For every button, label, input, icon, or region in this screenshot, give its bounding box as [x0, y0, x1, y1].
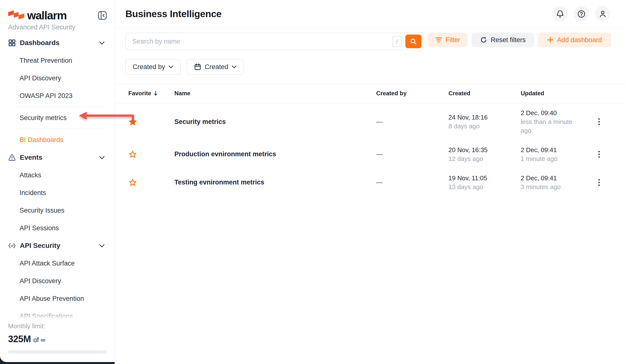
filter-button[interactable]: Filter — [428, 33, 467, 47]
sidebar-nav: Dashboards Threat Prevention API Discove… — [0, 34, 114, 318]
updated-cell: 2 Dec, 09:41 1 minute ago — [521, 146, 573, 163]
toolbar: / Filter — [115, 28, 626, 50]
column-favorite[interactable]: Favorite — [128, 90, 174, 97]
sidebar-item-security-metrics[interactable]: Security metrics — [0, 109, 114, 127]
help-button[interactable] — [574, 6, 589, 22]
product-subtitle: Advanced API Security — [8, 24, 106, 31]
chevron-down-icon — [232, 65, 236, 68]
table-row: Production evnironment metrics — 20 Nov,… — [115, 140, 626, 168]
user-icon — [599, 10, 607, 18]
sidebar-item-api-security[interactable]: API Security — [0, 237, 114, 254]
filters-row: Created by Created — [115, 50, 626, 75]
monthly-limit-label: Monthly limit: — [8, 322, 106, 330]
chevron-down-icon — [168, 65, 173, 68]
logo-block: wallarm Advanced API Security — [0, 0, 114, 31]
table-row: Security metrics — 24 Nov, 18:16 8 days … — [115, 103, 626, 140]
monthly-limit-suffix: of ∞ — [33, 336, 45, 344]
calendar-icon — [194, 63, 201, 71]
created-by-dropdown[interactable]: Created by — [125, 59, 181, 75]
sidebar-item-api-sessions[interactable]: API Sessions — [0, 219, 114, 237]
account-button[interactable] — [595, 6, 610, 22]
add-dashboard-button[interactable]: Add dashboard — [538, 33, 611, 47]
divider — [15, 107, 105, 107]
collapse-sidebar-icon[interactable] — [98, 11, 107, 20]
chevron-down-icon — [99, 156, 105, 159]
question-circle-icon — [577, 10, 586, 18]
created-by-value: — — [376, 118, 448, 126]
table-header: Favorite Name Created by Created Updated — [115, 83, 626, 103]
table-row: Testing evnironment metrics — 19 Nov, 11… — [115, 168, 626, 197]
sidebar: wallarm Advanced API Security — [0, 0, 115, 362]
search-button[interactable] — [405, 35, 422, 48]
sidebar-item-security-issues[interactable]: Security Issues — [0, 202, 114, 219]
sidebar-item-threat-prevention[interactable]: Threat Prevention — [0, 52, 114, 69]
sort-desc-icon — [154, 91, 158, 96]
dashboard-name[interactable]: Testing evnironment metrics — [174, 179, 376, 186]
sidebar-item-dashboards[interactable]: Dashboards — [0, 34, 114, 52]
column-updated: Updated — [521, 90, 584, 97]
wallarm-logo-icon — [8, 10, 24, 21]
main-content: Business Intelligence — [115, 0, 626, 364]
column-created-by: Created by — [376, 90, 448, 97]
created-by-value: — — [376, 150, 448, 158]
sidebar-item-events[interactable]: Events — [0, 149, 114, 166]
search-box: / — [125, 33, 424, 50]
favorite-toggle[interactable] — [128, 117, 137, 126]
updated-cell: 2 Dec, 09:41 3 minutes ago — [521, 174, 573, 191]
sidebar-item-incidents[interactable]: Incidents — [0, 184, 114, 202]
column-name: Name — [174, 90, 376, 97]
sidebar-item-api-specifications[interactable]: API Specifications — [0, 307, 114, 318]
created-cell: 20 Nov, 16:35 12 days ago — [448, 146, 521, 163]
warning-triangle-icon — [8, 154, 16, 162]
favorite-toggle[interactable] — [128, 150, 137, 159]
page-title: Business Intelligence — [125, 9, 222, 19]
row-menu-button[interactable] — [594, 115, 604, 128]
column-created: Created — [448, 90, 521, 97]
search-input[interactable] — [125, 33, 424, 50]
search-shortcut-badge: / — [392, 36, 402, 47]
dashboard-name[interactable]: Production evnironment metrics — [174, 150, 376, 158]
created-date-dropdown[interactable]: Created — [187, 59, 244, 75]
updated-cell: 2 Dec, 09:40 less than a minute ago — [521, 109, 573, 135]
row-menu-button[interactable] — [594, 148, 604, 161]
favorite-toggle[interactable] — [128, 178, 137, 187]
sidebar-item-api-discovery-2[interactable]: API Discovery — [0, 272, 114, 290]
plus-icon — [547, 37, 553, 43]
braces-check-icon — [8, 242, 16, 250]
monthly-limit-progressbar — [8, 350, 107, 354]
row-menu-button[interactable] — [594, 176, 604, 189]
created-by-value: — — [376, 179, 448, 186]
chevron-down-icon — [99, 41, 105, 44]
reset-filters-button[interactable]: Reset filters — [471, 33, 534, 47]
sidebar-item-api-attack-surface[interactable]: API Attack Surface — [0, 254, 114, 272]
sidebar-item-attacks[interactable]: Attacks — [0, 166, 114, 184]
app: wallarm Advanced API Security — [0, 0, 626, 364]
bell-icon — [556, 10, 564, 18]
sidebar-item-api-abuse-prevention[interactable]: API Abuse Prevention — [0, 290, 114, 307]
sidebar-item-bi-dashboards[interactable]: BI Dashboards — [0, 131, 114, 149]
sidebar-item-api-discovery[interactable]: API Discovery — [0, 69, 114, 87]
refresh-icon — [480, 36, 487, 43]
monthly-limit-value: 325M — [8, 334, 31, 344]
brand-name: wallarm — [27, 9, 67, 22]
grid-icon — [8, 39, 16, 47]
notifications-button[interactable] — [552, 6, 568, 22]
sidebar-footer: Monthly limit: 325M of ∞ — [8, 322, 106, 354]
created-cell: 24 Nov, 18:16 8 days ago — [448, 113, 521, 130]
search-icon — [410, 38, 417, 45]
divider — [15, 129, 105, 129]
sidebar-item-owasp-api-2023[interactable]: OWASP API 2023 — [0, 87, 114, 105]
filter-icon — [435, 37, 442, 43]
dashboard-name[interactable]: Security metrics — [174, 118, 376, 126]
sidebar-item-label: Dashboards — [20, 39, 60, 47]
chevron-down-icon — [99, 244, 105, 247]
created-cell: 19 Nov, 11:05 13 days ago — [448, 174, 521, 191]
top-header: Business Intelligence — [115, 0, 626, 28]
